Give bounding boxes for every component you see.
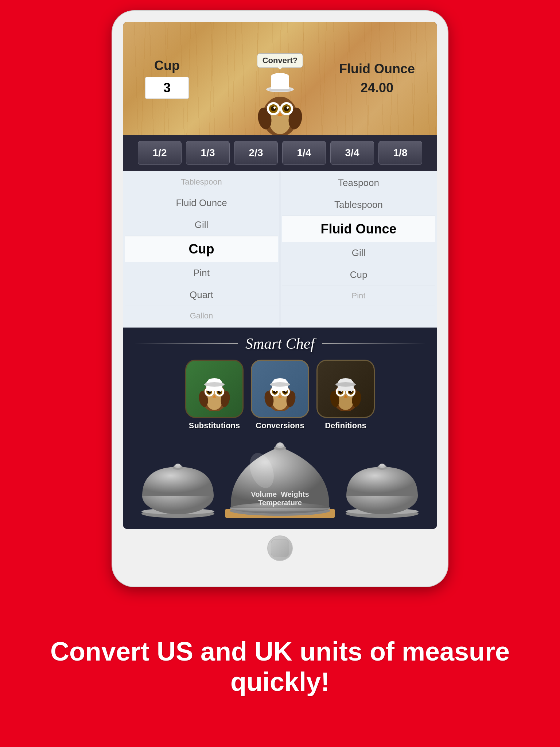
left-unit: Cup 3	[145, 58, 189, 99]
conversions-icon	[251, 360, 309, 418]
right-picker[interactable]: Teaspoon Tablespoon Fluid Ounce Gill Cup…	[282, 172, 435, 326]
fraction-btn-two-thirds[interactable]: 2/3	[234, 141, 278, 165]
right-picker-item-2[interactable]: Fluid Ounce	[282, 216, 435, 242]
definitions-button[interactable]: Definitions	[316, 360, 375, 430]
definitions-icon	[316, 360, 375, 418]
right-picker-item-4[interactable]: Cup	[282, 264, 435, 286]
left-picker-item-4[interactable]: Pint	[125, 262, 278, 284]
svg-point-14	[287, 107, 289, 109]
substitutions-icon	[185, 360, 244, 418]
conversions-label: Conversions	[256, 421, 304, 430]
title-line-right	[322, 343, 426, 344]
right-picker-item-3[interactable]: Gill	[282, 242, 435, 264]
picker-section: Tablespoon Fluid Ounce Gill Cup Pint Qua…	[123, 171, 437, 328]
title-line-left	[134, 343, 238, 344]
home-button-inner	[271, 539, 289, 557]
left-picker-item-6[interactable]: Gallon	[125, 306, 278, 326]
cloche-row: Volume Weights Temperature	[134, 438, 426, 518]
definitions-label: Definitions	[325, 421, 366, 430]
conversions-button[interactable]: Conversions	[251, 360, 309, 430]
fraction-row: 1/2 1/3 2/3 1/4 3/4 1/8	[123, 135, 437, 171]
svg-point-64	[335, 382, 356, 387]
owl-mascot-center: Convert?	[251, 53, 309, 135]
conversions-owl-icon	[258, 367, 302, 411]
speech-bubble: Convert?	[257, 53, 303, 68]
cloche-right-svg	[342, 460, 422, 518]
right-unit: Fluid Ounce 24.00	[339, 61, 415, 96]
left-unit-label: Cup	[154, 58, 180, 73]
svg-rect-16	[269, 89, 291, 91]
cloche-label-temperature: Temperature	[251, 499, 309, 507]
cloche-left-svg	[138, 460, 218, 518]
svg-point-32	[204, 382, 225, 387]
right-picker-item-1[interactable]: Tablespoon	[282, 194, 435, 216]
left-picker-item-2[interactable]: Gill	[125, 214, 278, 236]
left-picker-item-1[interactable]: Fluid Ounce	[125, 192, 278, 214]
cloche-labels: Volume Weights Temperature	[251, 490, 309, 507]
right-unit-value: 24.00	[361, 80, 393, 96]
substitutions-owl-icon	[192, 367, 236, 411]
app-buttons-row: Substitutions	[134, 360, 426, 430]
tagline-area: Convert US and UK units of measure quick…	[0, 587, 560, 747]
cloche-center[interactable]: Volume Weights Temperature	[225, 438, 335, 518]
svg-point-2	[271, 73, 289, 80]
left-picker-item-0[interactable]: Tablespoon	[125, 172, 278, 192]
substitutions-button[interactable]: Substitutions	[185, 360, 244, 430]
cloche-label-volume: Volume Weights	[251, 490, 309, 499]
svg-point-70	[175, 464, 180, 467]
owl-icon	[251, 69, 309, 135]
cloche-left	[138, 460, 218, 518]
picker-divider	[280, 172, 280, 326]
left-unit-value[interactable]: 3	[145, 77, 189, 99]
svg-point-78	[277, 442, 283, 446]
left-picker[interactable]: Tablespoon Fluid Ounce Gill Cup Pint Qua…	[125, 172, 278, 326]
svg-point-48	[270, 382, 290, 387]
app-title-area: Smart Chef	[134, 335, 426, 352]
fraction-btn-third[interactable]: 1/3	[186, 141, 230, 165]
fraction-btn-half[interactable]: 1/2	[138, 141, 182, 165]
app-title: Smart Chef	[238, 335, 322, 352]
home-button[interactable]	[267, 535, 293, 561]
left-picker-item-5[interactable]: Quart	[125, 284, 278, 306]
tagline-text: Convert US and UK units of measure quick…	[29, 636, 531, 697]
ipad-device: Cup 3 Convert?	[112, 11, 448, 587]
page-wrapper: Cup 3 Convert?	[0, 0, 560, 747]
bottom-section: Smart Chef	[123, 328, 437, 529]
right-picker-item-5[interactable]: Pint	[282, 286, 435, 306]
definitions-owl-icon	[324, 367, 368, 411]
fraction-btn-eighth[interactable]: 1/8	[378, 141, 422, 165]
right-unit-label: Fluid Ounce	[339, 61, 415, 77]
fraction-btn-quarter[interactable]: 1/4	[282, 141, 326, 165]
svg-point-84	[380, 464, 385, 467]
fraction-btn-three-quarters[interactable]: 3/4	[330, 141, 374, 165]
cloche-right	[342, 460, 422, 518]
substitutions-label: Substitutions	[189, 421, 240, 430]
right-picker-item-0[interactable]: Teaspoon	[282, 172, 435, 194]
left-picker-item-3[interactable]: Cup	[125, 236, 278, 262]
ipad-screen: Cup 3 Convert?	[123, 22, 437, 529]
top-section: Cup 3 Convert?	[123, 22, 437, 135]
svg-point-13	[273, 107, 276, 109]
